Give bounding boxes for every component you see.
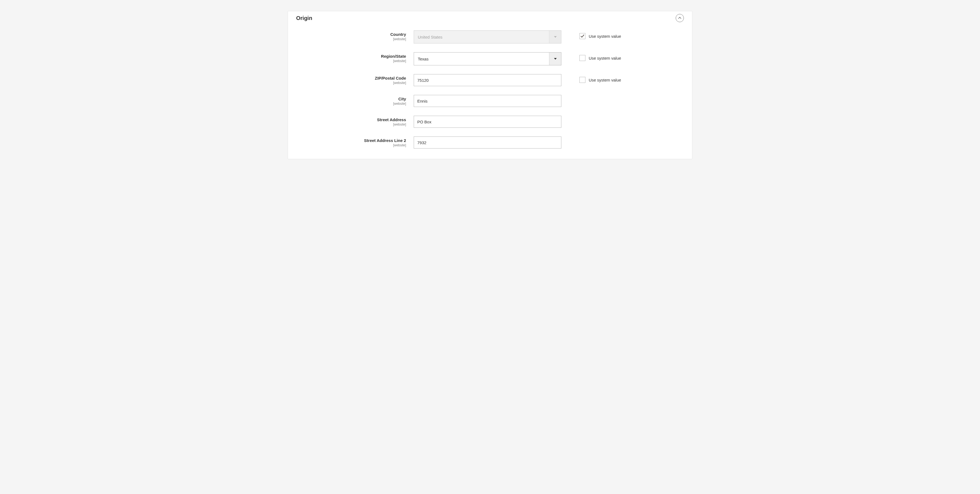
street2-input[interactable] [414,137,562,148]
street2-label: Street Address Line 2 [296,138,406,143]
label-col: Street Address [website] [296,116,414,126]
checkbox-box [579,55,585,61]
region-select-value: Texas [414,53,549,65]
scope-label: [website] [296,102,406,105]
extra-col [562,95,579,98]
row-street2: Street Address Line 2 [website] [296,137,684,148]
extra-col: Use system value [562,30,621,39]
checkbox-box [579,33,585,39]
control-col [414,95,562,107]
checkbox-label: Use system value [589,56,621,61]
chevron-down-icon [549,53,561,65]
label-col: Street Address Line 2 [website] [296,137,414,147]
street1-label: Street Address [296,117,406,122]
zip-input[interactable] [414,74,562,86]
country-label: Country [296,32,406,37]
control-col [414,137,562,148]
country-use-system-checkbox[interactable]: Use system value [579,33,621,39]
form-rows: Country [website] United States Use syst… [296,30,684,148]
region-label: Region/State [296,54,406,59]
country-select: United States [414,30,562,43]
chevron-down-icon [549,30,561,43]
extra-col: Use system value [562,74,621,83]
row-street1: Street Address [website] [296,116,684,128]
country-select-value: United States [414,30,549,43]
control-col: United States [414,30,562,43]
control-col: Texas [414,52,562,65]
extra-col: Use system value [562,52,621,61]
checkbox-label: Use system value [589,78,621,82]
city-label: City [296,97,406,101]
scope-label: [website] [296,37,406,41]
scope-label: [website] [296,81,406,85]
scope-label: [website] [296,59,406,63]
control-col [414,116,562,128]
origin-panel: Origin Country [website] United States [288,11,692,159]
row-city: City [website] [296,95,684,107]
panel-title: Origin [296,15,312,21]
street1-input[interactable] [414,116,562,128]
region-use-system-checkbox[interactable]: Use system value [579,55,621,61]
region-select[interactable]: Texas [414,52,562,65]
label-col: City [website] [296,95,414,105]
row-zip: ZIP/Postal Code [website] Use system val… [296,74,684,86]
collapse-button[interactable] [676,14,684,22]
checkbox-box [579,77,585,83]
panel-header: Origin [296,11,684,30]
row-region: Region/State [website] Texas Use system … [296,52,684,65]
label-col: Region/State [website] [296,52,414,63]
scope-label: [website] [296,123,406,126]
scope-label: [website] [296,143,406,147]
check-icon [580,34,585,38]
chevron-up-icon [678,16,681,20]
row-country: Country [website] United States Use syst… [296,30,684,43]
zip-label: ZIP/Postal Code [296,76,406,80]
zip-use-system-checkbox[interactable]: Use system value [579,77,621,83]
extra-col [562,137,579,139]
extra-col [562,116,579,118]
label-col: ZIP/Postal Code [website] [296,74,414,85]
city-input[interactable] [414,95,562,107]
control-col [414,74,562,86]
label-col: Country [website] [296,30,414,41]
checkbox-label: Use system value [589,34,621,38]
